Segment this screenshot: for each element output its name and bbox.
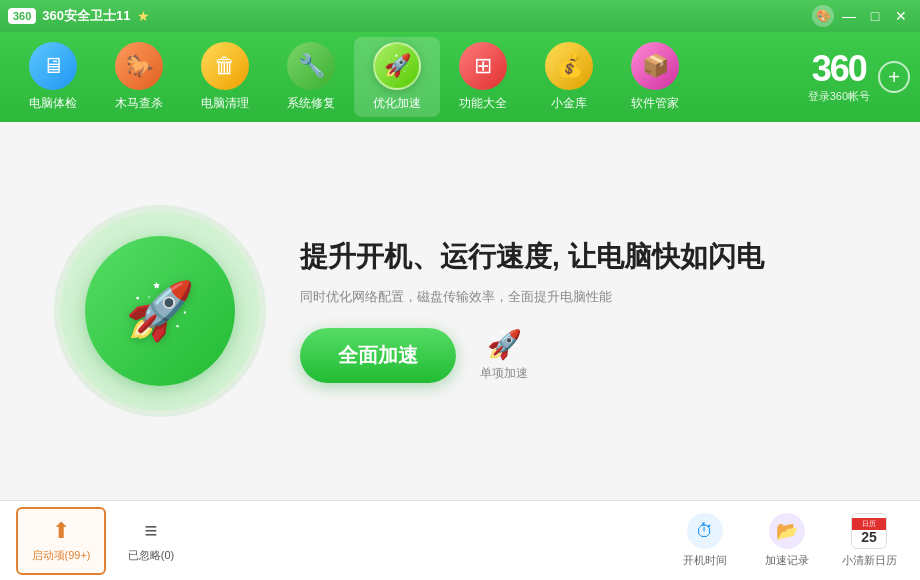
calendar-label: 小清新日历 — [842, 553, 897, 568]
startup-icon: ⬆ — [52, 518, 70, 544]
add-feature-button[interactable]: + — [878, 61, 910, 93]
boot-time-label: 开机时间 — [683, 553, 727, 568]
nav-item-qingli[interactable]: 🗑 电脑清理 — [182, 37, 268, 117]
main-content: 🚀 提升开机、运行速度, 让电脑快如闪电 同时优化网络配置，磁盘传输效率，全面提… — [0, 122, 920, 500]
nav-label-jianche: 电脑体检 — [29, 95, 77, 112]
nav-label-xiufu: 系统修复 — [287, 95, 335, 112]
login-text[interactable]: 登录360帐号 — [808, 89, 870, 104]
nav-label-jinkubu: 小金库 — [551, 95, 587, 112]
close-button[interactable]: ✕ — [890, 7, 912, 25]
cal-day: 25 — [861, 530, 877, 544]
btn-row: 全面加速 🚀 单项加速 — [300, 328, 860, 383]
nav-item-jinkubu[interactable]: 💰 小金库 — [526, 37, 612, 117]
rocket-icon: 🚀 — [125, 278, 195, 344]
rocket-area: 🚀 — [60, 211, 260, 411]
nav-bar: 🖥 电脑体检 🐎 木马查杀 🗑 电脑清理 🔧 系统修复 🚀 优化加速 ⊞ 功能大… — [0, 32, 920, 122]
nav-label-jiasu: 优化加速 — [373, 95, 421, 112]
xiufu-icon: 🔧 — [287, 42, 335, 90]
full-speed-button[interactable]: 全面加速 — [300, 328, 456, 383]
app-title: 360安全卫士11 — [42, 7, 130, 25]
qingli-icon: 🗑 — [201, 42, 249, 90]
nav-item-gongneng[interactable]: ⊞ 功能大全 — [440, 37, 526, 117]
boot-time-icon: ⏱ — [687, 513, 723, 549]
gongneng-icon: ⊞ — [459, 42, 507, 90]
text-area: 提升开机、运行速度, 让电脑快如闪电 同时优化网络配置，磁盘传输效率，全面提升电… — [300, 239, 860, 382]
nav-label-ruanjian: 软件管家 — [631, 95, 679, 112]
rocket-inner-circle: 🚀 — [85, 236, 235, 386]
nav-item-ruanjian[interactable]: 📦 软件管家 — [612, 37, 698, 117]
main-title: 提升开机、运行速度, 让电脑快如闪电 — [300, 239, 860, 275]
title-bar-left: 360 360安全卫士11 ★ — [8, 7, 150, 25]
nav-label-muma: 木马查杀 — [115, 95, 163, 112]
rocket-outer-ring: 🚀 — [60, 211, 260, 411]
nav-label-qingli: 电脑清理 — [201, 95, 249, 112]
sub-title: 同时优化网络配置，磁盘传输效率，全面提升电脑性能 — [300, 288, 860, 306]
calendar-item[interactable]: 日历 25 小清新日历 — [834, 513, 904, 568]
jinkubu-icon: 💰 — [545, 42, 593, 90]
nav-item-jianche[interactable]: 🖥 电脑体检 — [10, 37, 96, 117]
bottom-right: ⏱ 开机时间 📂 加速记录 日历 25 小清新日历 — [670, 513, 904, 568]
nav-label-gongneng: 功能大全 — [459, 95, 507, 112]
muma-icon: 🐎 — [115, 42, 163, 90]
jiasu-icon: 🚀 — [373, 42, 421, 90]
app-logo: 360 — [8, 8, 36, 24]
restore-button[interactable]: □ — [864, 7, 886, 25]
jianche-icon: 🖥 — [29, 42, 77, 90]
nav-360-area: 360 登录360帐号 + — [808, 51, 910, 104]
single-speed-label: 单项加速 — [480, 365, 528, 382]
calendar-icon: 日历 25 — [851, 513, 887, 549]
single-speed-icon: 🚀 — [487, 328, 522, 361]
nav-item-muma[interactable]: 🐎 木马查杀 — [96, 37, 182, 117]
star-icon: ★ — [137, 8, 150, 24]
single-speed-button[interactable]: 🚀 单项加速 — [480, 328, 528, 382]
bottom-item-ignore[interactable]: ≡ 已忽略(0) — [106, 507, 196, 575]
boot-time-item[interactable]: ⏱ 开机时间 — [670, 513, 740, 568]
bottom-item-startup[interactable]: ⬆ 启动项(99+) — [16, 507, 106, 575]
skin-button[interactable]: 🎨 — [812, 5, 834, 27]
minimize-button[interactable]: — — [838, 7, 860, 25]
ignore-label: 已忽略(0) — [128, 548, 174, 563]
rec-label: 加速记录 — [765, 553, 809, 568]
startup-label: 启动项(99+) — [32, 548, 91, 563]
ruanjian-icon: 📦 — [631, 42, 679, 90]
title-bar-right: 🎨 — □ ✕ — [812, 5, 912, 27]
logo-360: 360 — [812, 51, 866, 87]
rec-item[interactable]: 📂 加速记录 — [752, 513, 822, 568]
bottom-bar: ⬆ 启动项(99+) ≡ 已忽略(0) ⏱ 开机时间 📂 加速记录 日历 25 … — [0, 500, 920, 580]
nav-item-xiufu[interactable]: 🔧 系统修复 — [268, 37, 354, 117]
rec-icon: 📂 — [769, 513, 805, 549]
title-bar: 360 360安全卫士11 ★ 🎨 — □ ✕ — [0, 0, 920, 32]
nav-item-jiasu[interactable]: 🚀 优化加速 — [354, 37, 440, 117]
ignore-icon: ≡ — [145, 518, 158, 544]
